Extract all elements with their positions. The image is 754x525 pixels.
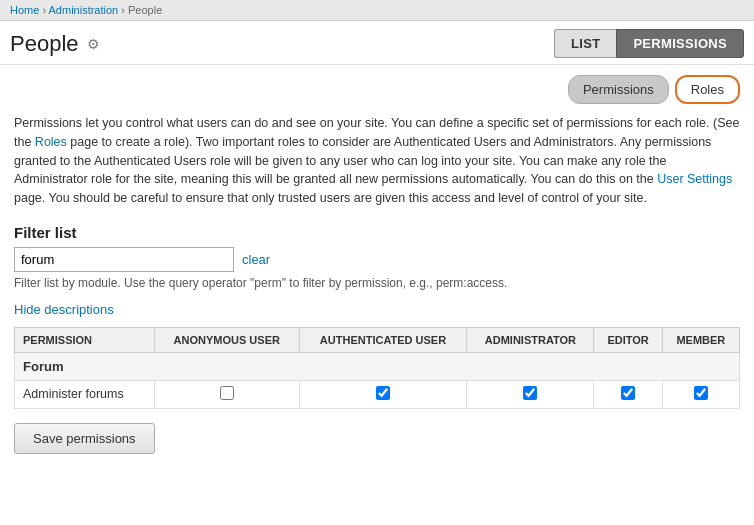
col-anon: ANONYMOUS USER xyxy=(155,327,300,352)
checkbox-anon-administer-forums[interactable] xyxy=(220,386,234,400)
roles-link[interactable]: Roles xyxy=(35,135,67,149)
page-title-wrap: People ⚙ xyxy=(10,31,100,57)
gear-icon[interactable]: ⚙ xyxy=(87,36,100,52)
breadcrumb: Home › Administration › People xyxy=(0,0,754,21)
breadcrumb-current: People xyxy=(128,4,162,16)
col-auth: AUTHENTICATED USER xyxy=(299,327,467,352)
sub-tab-permissions[interactable]: Permissions xyxy=(568,75,669,104)
sub-tabs: Permissions Roles xyxy=(14,75,740,104)
filter-input[interactable] xyxy=(14,247,234,272)
col-member: MEMBER xyxy=(662,327,739,352)
table-header-row: PERMISSION ANONYMOUS USER AUTHENTICATED … xyxy=(15,327,740,352)
page-header: People ⚙ LIST PERMISSIONS xyxy=(0,21,754,65)
cell-editor xyxy=(594,380,662,408)
checkbox-auth-administer-forums[interactable] xyxy=(376,386,390,400)
col-admin: ADMINISTRATOR xyxy=(467,327,594,352)
page-title: People xyxy=(10,31,79,57)
tab-list[interactable]: LIST xyxy=(554,29,616,58)
breadcrumb-home[interactable]: Home xyxy=(10,4,39,16)
cell-anon xyxy=(155,380,300,408)
table-row: Administer forums xyxy=(15,380,740,408)
tab-permissions[interactable]: PERMISSIONS xyxy=(616,29,744,58)
filter-row: clear xyxy=(14,247,740,272)
permissions-description: Permissions let you control what users c… xyxy=(14,114,740,208)
clear-filter-link[interactable]: clear xyxy=(242,252,270,267)
sub-tab-roles[interactable]: Roles xyxy=(675,75,740,104)
permissions-table: PERMISSION ANONYMOUS USER AUTHENTICATED … xyxy=(14,327,740,409)
breadcrumb-admin[interactable]: Administration xyxy=(49,4,119,16)
group-name-forum: Forum xyxy=(15,352,740,380)
cell-member xyxy=(662,380,739,408)
header-tabs: LIST PERMISSIONS xyxy=(554,29,744,58)
checkbox-admin-administer-forums[interactable] xyxy=(523,386,537,400)
cell-auth xyxy=(299,380,467,408)
save-permissions-button[interactable]: Save permissions xyxy=(14,423,155,454)
filter-section: Filter list clear Filter list by module.… xyxy=(14,224,740,290)
perm-name: Administer forums xyxy=(15,380,155,408)
checkbox-member-administer-forums[interactable] xyxy=(694,386,708,400)
hide-descriptions-link[interactable]: Hide descriptions xyxy=(14,302,114,317)
col-permission: PERMISSION xyxy=(15,327,155,352)
cell-admin xyxy=(467,380,594,408)
filter-hint: Filter list by module. Use the query ope… xyxy=(14,276,740,290)
filter-label: Filter list xyxy=(14,224,740,241)
col-editor: EDITOR xyxy=(594,327,662,352)
content-area: Permissions Roles Permissions let you co… xyxy=(0,65,754,464)
user-settings-link[interactable]: User Settings xyxy=(657,172,732,186)
checkbox-editor-administer-forums[interactable] xyxy=(621,386,635,400)
group-row-forum: Forum xyxy=(15,352,740,380)
